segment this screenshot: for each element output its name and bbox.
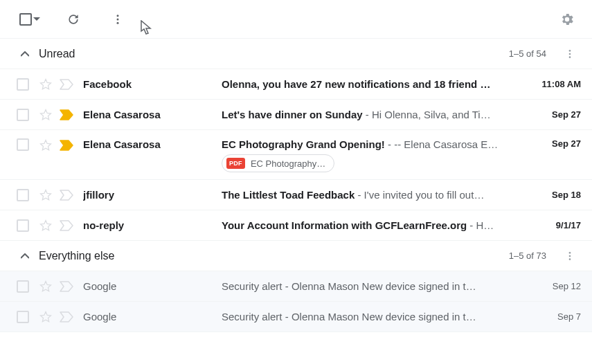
snippet: - Olenna Mason New device signed in t… [282, 311, 476, 322]
attachment-chip[interactable]: PDFEC Photography… [222, 154, 334, 172]
row-checkbox[interactable] [17, 109, 29, 121]
subject: Your Account Information with GCFLearnFr… [222, 219, 467, 231]
subject-line: EC Photography Grand Opening! - -- Elena… [222, 138, 512, 150]
svg-point-2 [117, 21, 119, 24]
sender: no-reply [83, 219, 222, 231]
star-toggle[interactable] [39, 280, 53, 293]
important-toggle[interactable] [60, 138, 73, 152]
star-icon[interactable] [39, 188, 53, 202]
unread-list: FacebookOlenna, you have 27 new notifica… [0, 69, 592, 241]
important-icon[interactable] [60, 311, 73, 322]
section-title: Unread [39, 48, 75, 60]
email-row[interactable]: Elena CasarosaLet's have dinner on Sunda… [0, 100, 592, 130]
star-toggle[interactable] [39, 188, 53, 202]
subject: Olenna, you have 27 new notifications an… [222, 78, 490, 90]
email-row[interactable]: GoogleSecurity alert - Olenna Mason New … [0, 271, 592, 302]
subject: The Littlest Toad Feedback [222, 189, 355, 201]
date: 11:08 AM [526, 79, 581, 89]
email-row[interactable]: Elena CasarosaEC Photography Grand Openi… [0, 130, 592, 180]
important-icon[interactable] [60, 220, 73, 231]
date: Sep 12 [526, 281, 581, 291]
select-all-checkbox[interactable] [19, 13, 32, 26]
svg-point-1 [117, 18, 119, 20]
important-toggle[interactable] [60, 78, 73, 91]
important-toggle[interactable] [60, 108, 73, 122]
important-toggle[interactable] [60, 219, 73, 233]
email-row[interactable]: GoogleSecurity alert - Olenna Mason New … [0, 302, 592, 332]
subject-line: Let's have dinner on Sunday - Hi Olenna,… [222, 109, 512, 120]
section-count: 1–5 of 54 [509, 48, 546, 59]
star-icon[interactable] [39, 310, 53, 324]
sender: Elena Casarosa [83, 109, 222, 120]
svg-point-6 [569, 252, 571, 254]
subject: EC Photography Grand Opening! [222, 138, 385, 150]
important-toggle[interactable] [60, 310, 73, 324]
star-icon[interactable] [39, 78, 53, 91]
email-row[interactable]: no-replyYour Account Information with GC… [0, 210, 592, 241]
section-more-button[interactable] [559, 43, 581, 65]
svg-point-3 [569, 50, 571, 52]
more-vert-icon [564, 48, 575, 60]
chevron-up-icon [21, 51, 29, 57]
refresh-button[interactable] [60, 6, 87, 33]
everything-list: GoogleSecurity alert - Olenna Mason New … [0, 271, 592, 332]
email-row[interactable]: jfilloryThe Littlest Toad Feedback - I'v… [0, 180, 592, 210]
date: Sep 7 [526, 311, 581, 322]
star-icon[interactable] [39, 138, 53, 152]
svg-point-4 [569, 53, 571, 55]
svg-point-0 [117, 15, 119, 17]
sender: Google [83, 311, 222, 322]
svg-point-5 [569, 56, 571, 58]
subject: Security alert [222, 280, 282, 292]
important-icon[interactable] [60, 281, 73, 292]
sender: Google [83, 280, 222, 292]
subject-line: Olenna, you have 27 new notifications an… [222, 78, 512, 90]
important-toggle[interactable] [60, 188, 73, 202]
row-checkbox[interactable] [17, 311, 29, 323]
gear-icon [559, 12, 575, 27]
star-toggle[interactable] [39, 219, 53, 233]
select-all-dropdown[interactable] [17, 10, 43, 28]
row-checkbox[interactable] [17, 138, 29, 151]
star-toggle[interactable] [39, 108, 53, 122]
star-toggle[interactable] [39, 78, 53, 91]
star-icon[interactable] [39, 219, 53, 233]
row-checkbox[interactable] [17, 280, 29, 293]
toolbar [0, 0, 592, 39]
important-icon[interactable] [60, 109, 73, 120]
sender: Elena Casarosa [83, 138, 222, 150]
date: Sep 27 [526, 109, 581, 120]
row-checkbox[interactable] [17, 219, 29, 232]
row-checkbox[interactable] [17, 189, 29, 201]
star-icon[interactable] [39, 280, 53, 293]
section-title: Everything else [39, 250, 114, 262]
date: Sep 18 [526, 190, 581, 200]
date: 9/1/17 [526, 220, 581, 230]
chevron-up-icon [21, 253, 29, 259]
snippet: - I've invited you to fill out… [355, 189, 484, 201]
snippet: - H… [467, 219, 494, 231]
subject-line: Security alert - Olenna Mason New device… [222, 280, 512, 292]
subject: Let's have dinner on Sunday [222, 109, 363, 120]
important-icon[interactable] [60, 140, 73, 151]
settings-button[interactable] [553, 6, 581, 33]
section-header-everything[interactable]: Everything else 1–5 of 73 [0, 241, 592, 271]
svg-point-8 [569, 258, 571, 260]
snippet: - Hi Olenna, Silva, and Ti… [363, 109, 491, 120]
star-icon[interactable] [39, 108, 53, 122]
section-header-unread[interactable]: Unread 1–5 of 54 [0, 39, 592, 69]
email-row[interactable]: FacebookOlenna, you have 27 new notifica… [0, 69, 592, 100]
important-toggle[interactable] [60, 280, 73, 293]
subject-line: Your Account Information with GCFLearnFr… [222, 219, 512, 231]
star-toggle[interactable] [39, 310, 53, 324]
section-more-button[interactable] [559, 245, 581, 267]
important-icon[interactable] [60, 190, 73, 201]
refresh-icon [66, 12, 80, 26]
svg-point-7 [569, 255, 571, 257]
more-button[interactable] [104, 6, 132, 33]
row-checkbox[interactable] [17, 78, 29, 91]
sender: Facebook [83, 78, 222, 90]
star-toggle[interactable] [39, 138, 53, 152]
important-icon[interactable] [60, 79, 73, 90]
more-vert-icon [564, 251, 575, 262]
